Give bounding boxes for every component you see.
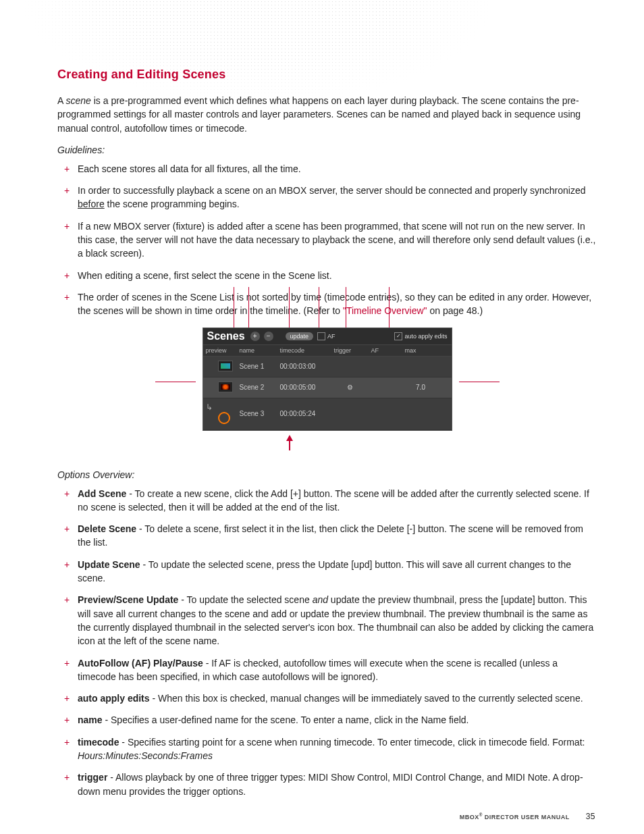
scene-name-cell[interactable]: Scene 2 [237, 380, 277, 395]
af-checkbox[interactable]: AF [317, 332, 336, 340]
scenes-panel: Scenes + − update AF ✓ auto apply edits [203, 328, 452, 431]
scene-row[interactable]: Scene 1 00:00:03:00 [203, 357, 452, 377]
preview-cell [203, 357, 237, 377]
option-italic: Hours:Minutes:Seconds:Frames [78, 750, 213, 761]
option-term: auto apply edits [78, 693, 150, 704]
intro-text-a: A [57, 95, 65, 106]
col-preview: preview [203, 345, 237, 356]
delete-scene-button[interactable]: − [264, 332, 273, 341]
page-footer: MBOX® DIRECTOR USER MANUAL 35 [0, 812, 644, 821]
option-item: trigger - Allows playback by one of thre… [57, 771, 597, 798]
callout-arrow-icon [286, 435, 293, 441]
scene-name-cell[interactable]: Scene 3 [237, 406, 277, 421]
guideline-text: Each scene stores all data for all fixtu… [78, 163, 301, 174]
timeline-overview-link[interactable]: "Timeline Overview" [343, 305, 427, 316]
callout-arrow-stem [289, 441, 290, 450]
option-term: trigger [78, 772, 107, 783]
scene-timecode-cell[interactable]: 00:00:05:00 [277, 380, 331, 395]
add-scene-button[interactable]: + [250, 332, 260, 341]
guideline-text: When editing a scene, first select the s… [78, 270, 332, 281]
guidelines-list: Each scene stores all data for all fixtu… [57, 162, 597, 318]
scene-af-cell[interactable] [369, 363, 402, 371]
intro-text-b: is a pre-programmed event which defines … [57, 95, 581, 134]
option-term: timecode [78, 737, 119, 748]
scene-row[interactable]: Scene 3 00:00:05:24 [203, 398, 452, 430]
guideline-item: If a new MBOX server (fixture) is added … [57, 219, 597, 261]
option-item: name - Specifies a user-defined name for… [57, 713, 597, 727]
checkbox-icon: ✓ [394, 332, 402, 340]
col-trigger: trigger [331, 345, 369, 356]
footer-manual-title: MBOX® DIRECTOR USER MANUAL [460, 812, 570, 820]
scene-trigger-cell[interactable] [331, 363, 369, 371]
scenes-panel-figure: Scenes + − update AF ✓ auto apply edits [203, 328, 452, 450]
option-item: timecode - Specifies starting point for … [57, 735, 597, 763]
preview-cell [203, 398, 237, 429]
option-term: Preview/Scene Update [78, 594, 178, 605]
option-term: Update Scene [78, 559, 140, 570]
option-desc: - To update the selected scene [178, 594, 312, 605]
intro-paragraph: A scene is a pre-programmed event which … [57, 94, 597, 135]
scene-max-cell[interactable] [402, 410, 439, 418]
guideline-item: When editing a scene, first select the s… [57, 269, 597, 282]
option-item: Update Scene - To update the selected sc… [57, 558, 597, 585]
guideline-underline: before [78, 199, 105, 209]
col-af: AF [369, 345, 402, 356]
preview-thumbnail-icon [218, 361, 233, 371]
scene-name-cell[interactable]: Scene 1 [237, 359, 277, 374]
col-name: name [237, 345, 277, 356]
option-item: auto apply edits - When this box is chec… [57, 692, 597, 705]
options-overview-heading: Options Overview: [57, 469, 597, 480]
footer-rest: DIRECTOR USER MANUAL [483, 814, 570, 820]
scene-af-cell[interactable] [369, 410, 402, 418]
scene-max-cell[interactable] [402, 363, 439, 371]
scene-trigger-cell[interactable]: ⚙ [331, 380, 369, 395]
checkbox-icon [317, 332, 325, 340]
option-item: Preview/Scene Update - To update the sel… [57, 593, 597, 648]
guideline-item: The order of scenes in the Scene List is… [57, 290, 597, 318]
option-desc: - Specifies a user-defined name for the … [103, 714, 469, 725]
preview-thumbnail-icon [218, 412, 230, 424]
option-desc: - When this box is checked, manual chang… [150, 693, 583, 704]
option-term: AutoFollow (AF) Play/Pause [78, 658, 203, 669]
option-item: AutoFollow (AF) Play/Pause - If AF is ch… [57, 656, 597, 684]
option-term: Delete Scene [78, 523, 136, 534]
guideline-text: If a new MBOX server (fixture) is added … [78, 221, 595, 259]
guideline-text: The order of scenes in the Scene List is… [78, 292, 591, 316]
footer-mbox: MBOX [460, 814, 479, 820]
option-term: name [78, 714, 103, 725]
scene-timecode-cell[interactable]: 00:00:05:24 [277, 406, 331, 421]
option-desc: - To delete a scene, first select it in … [78, 523, 583, 548]
option-desc: - To update the selected scene, press th… [78, 559, 571, 583]
col-timecode: timecode [277, 345, 331, 356]
section-heading: Creating and Editing Scenes [57, 68, 597, 82]
scene-af-cell[interactable] [369, 384, 402, 392]
option-desc: - Specifies starting point for a scene w… [119, 737, 585, 748]
update-scene-button[interactable]: update [286, 332, 314, 340]
guideline-item: Each scene stores all data for all fixtu… [57, 162, 597, 176]
option-item: Delete Scene - To delete a scene, first … [57, 522, 597, 550]
scenes-panel-title: Scenes [207, 330, 245, 342]
scene-trigger-cell[interactable] [331, 410, 369, 418]
guideline-item: In order to successfully playback a scen… [57, 184, 597, 211]
option-item: Add Scene - To create a new scene, click… [57, 487, 597, 515]
scene-timecode-cell[interactable]: 00:00:03:00 [277, 359, 331, 374]
scenes-panel-header: Scenes + − update AF ✓ auto apply edits [203, 328, 452, 345]
scene-max-cell[interactable]: 7.0 [402, 380, 439, 395]
option-term: Add Scene [78, 488, 126, 499]
col-max: max [402, 345, 439, 356]
scenes-column-headers: preview name timecode trigger AF max [203, 345, 452, 357]
guideline-text-b: the scene programming begins. [105, 199, 240, 209]
options-list: Add Scene - To create a new scene, click… [57, 487, 597, 798]
intro-scene-word: scene [65, 95, 90, 106]
preview-cell [203, 377, 237, 398]
scene-row[interactable]: Scene 2 00:00:05:00 ⚙ 7.0 [203, 377, 452, 398]
option-desc: - To create a new scene, click the Add [… [78, 488, 589, 513]
auto-apply-edits-checkbox[interactable]: ✓ auto apply edits [394, 332, 447, 340]
guideline-text-b: on page 48.) [427, 305, 483, 316]
preview-thumbnail-icon [218, 382, 233, 392]
guideline-text: In order to successfully playback a scen… [78, 185, 586, 196]
option-italic: and [313, 594, 328, 605]
option-desc: - Allows playback by one of three trigge… [78, 772, 583, 796]
gear-icon: ⚙ [347, 384, 353, 391]
guidelines-heading: Guidelines: [57, 145, 597, 155]
